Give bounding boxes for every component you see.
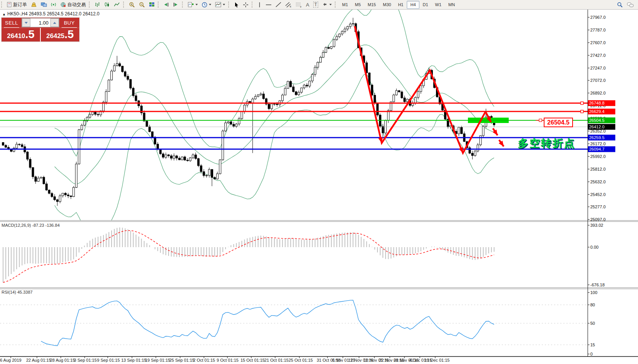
toolbar-grip[interactable] [1,2,4,8]
level-price-tag-text: 26748.8 [589,101,605,105]
arrows-tool-button[interactable] [320,0,334,9]
axis-tick-label: 25277.0 [590,204,606,209]
toolbar-grip[interactable] [335,2,337,8]
volume-input[interactable]: 1.00 [30,18,50,27]
level-price-tag-text: 26504.5 [589,118,605,123]
level-price-tag-text: 26094.7 [589,147,605,151]
horizontal-line-button[interactable] [264,0,274,9]
indicators-button[interactable] [186,0,200,9]
buy-button-label: BUY [64,20,75,26]
text-tool-glyph: A [306,2,309,8]
timeframe-button-m15[interactable]: M15 [364,1,379,9]
toolbar-grip[interactable] [182,2,185,8]
axis-tick-label: 25992.0 [590,154,606,159]
sell-price[interactable]: 26410.5 [2,28,40,42]
axes-layer[interactable]: 27967.027787.027607.027427.027247.027072… [0,10,638,363]
time-axis-label: 9 Sep 01:15 [97,358,120,362]
buy-button[interactable]: BUY [59,18,79,28]
macd-layer [3,228,494,283]
level-price-tag-text: 26259.5 [589,135,605,140]
chart-canvas[interactable]: 27967.027787.027607.027427.027247.027072… [0,0,638,364]
timeframe-toolbar: M1M5M15M30H1H4D1W1MN [339,1,458,9]
time-axis-label: 15 Oct 01:15 [241,358,265,362]
zoom-out-icon [139,2,145,8]
new-order-label: 新订单 [13,2,27,8]
new-order-button[interactable]: 新订单 [5,0,29,9]
timeframe-button-d1[interactable]: D1 [419,1,432,9]
timeframe-button-h4[interactable]: H4 [407,1,419,9]
buy-price-frac: .5 [65,29,74,40]
volume-increase-button[interactable] [50,18,59,27]
level-lines-layer[interactable] [0,102,588,149]
axis-tick-label: 0 [590,352,593,356]
chat-button[interactable] [625,0,636,9]
buy-price[interactable]: 26425.5 [41,28,79,42]
vertical-line-button[interactable] [256,0,264,9]
equidistant-channel-icon: E [285,2,292,8]
auto-trading-button[interactable]: 自动交易 [58,0,88,9]
axis-tick-label: 80 [590,303,595,307]
cursor-button[interactable] [232,0,241,9]
timeframe-button-m1[interactable]: M1 [339,1,351,9]
crosshair-button[interactable] [241,0,251,9]
toolbar-grip[interactable] [252,2,254,8]
axis-tick-label: -676.18 [590,283,605,287]
templates-button[interactable] [213,0,227,9]
price-callout-box[interactable]: 26504.5 [544,118,573,127]
signals-button[interactable] [49,0,58,9]
time-axis-label: 9 Oct 01:15 [217,358,239,362]
timeframe-button-mn[interactable]: MN [445,1,458,9]
tile-windows-icon [149,2,155,7]
label-tool-button[interactable]: T [311,0,320,9]
toolbar-grip[interactable] [158,2,160,8]
periods-button[interactable] [200,0,213,9]
search-button[interactable] [615,0,625,9]
timeframe-button-w1[interactable]: W1 [432,1,445,9]
trendline-icon [276,2,281,7]
bollinger-bands-layer [55,0,494,238]
axis-tick-label: 27967.0 [590,15,606,20]
market-watch-button[interactable] [39,0,49,9]
zoom-in-button[interactable] [127,0,137,9]
bar-chart-button[interactable] [93,0,102,9]
axis-tick-label: 26892.0 [590,91,606,95]
rsi-label: RSI(14) 45.3387 [2,290,33,294]
chart-shift-icon [173,2,179,7]
volume-decrease-button[interactable] [22,18,30,27]
time-axis-label: 2 Oct 01:15 [193,358,215,362]
tile-windows-button[interactable] [147,0,157,9]
timeframe-button-m5[interactable]: M5 [351,1,364,9]
toolbar-grip[interactable] [89,2,92,8]
chart-shift-button[interactable] [171,0,181,9]
axis-tick-label: 15 [590,342,595,347]
candlestick-chart-button[interactable] [102,0,112,9]
timeframe-button-m30[interactable]: M30 [379,1,394,9]
triangle-up-icon [53,22,56,24]
chart-profile-button[interactable] [29,0,39,9]
new-order-icon [7,2,12,7]
axis-tick-label: 50 [590,321,595,326]
sell-button[interactable]: SELL [2,18,22,28]
sell-price-main: 26410 [7,32,25,40]
line-chart-icon [114,2,120,7]
zoom-out-button[interactable] [137,0,147,9]
one-click-trading-panel: SELL 1.00 BUY 26410.5 26425.5 [1,17,80,42]
toolbar-grip[interactable] [123,2,126,8]
timeframe-button-h1[interactable]: H1 [394,1,407,9]
line-chart-button[interactable] [112,0,122,9]
trendline-button[interactable] [274,0,283,9]
auto-scroll-button[interactable] [162,0,171,9]
channel-button[interactable]: E [283,0,294,9]
time-axis-label: 13 Sep 01:15 [121,358,146,362]
turning-point-annotation[interactable]: 多空转折点 [518,136,576,150]
trend-annotation-layer[interactable] [355,26,504,153]
fibonacci-button[interactable]: F [294,0,304,9]
search-icon [617,2,623,8]
time-axis-label: 22 Aug 01:15 [26,358,51,362]
zoom-in-icon [129,2,135,8]
collapse-arrow-icon[interactable]: ▲ [2,12,6,16]
text-tool-button[interactable]: A [304,0,311,9]
toolbar-grip[interactable] [228,2,231,8]
auto-trading-icon [60,2,66,7]
template-icon [215,2,221,7]
